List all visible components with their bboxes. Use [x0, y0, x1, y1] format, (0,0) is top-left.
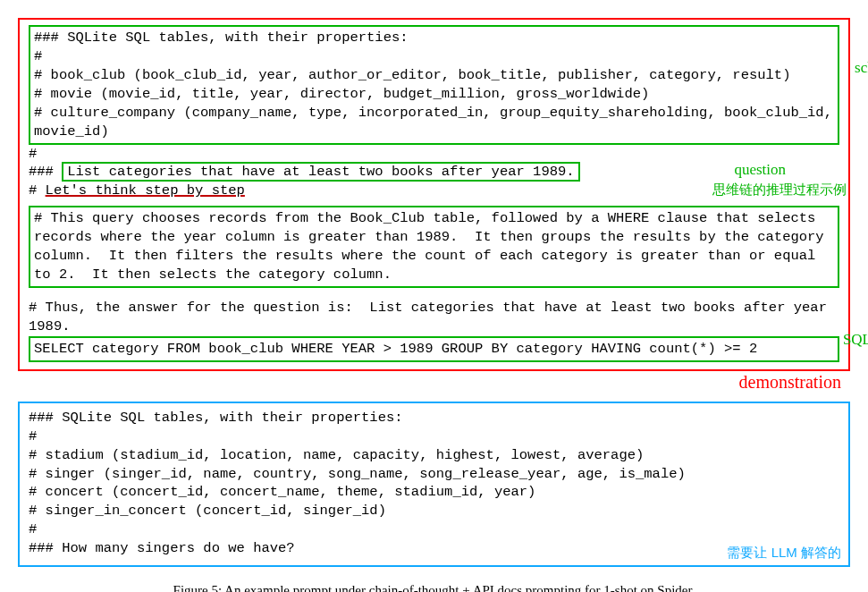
label-cot-cn: 思维链的推理过程示例	[712, 182, 847, 199]
demonstration-box: schema ### SQLite SQL tables, with their…	[18, 18, 850, 371]
reasoning-block: # This query chooses records from the Bo…	[29, 206, 839, 288]
answer-intro: # Thus, the answer for the question is: …	[29, 299, 839, 336]
figure-caption: Figure 5: An example prompt under chain-…	[18, 583, 850, 592]
question-prefix: ###	[29, 164, 62, 180]
label-demonstration: demonstration	[739, 372, 841, 393]
cot-prefix: #	[29, 182, 46, 199]
question-text: List categories that have at least two b…	[62, 162, 579, 182]
hash-line: #	[29, 145, 839, 164]
label-schema: schema	[855, 59, 868, 77]
label-question: question	[734, 161, 786, 179]
sql-block: SELECT category FROM book_club WHERE YEA…	[29, 336, 839, 362]
query-box: ### SQLite SQL tables, with their proper…	[18, 402, 850, 567]
cot-line: Let's think step by step	[46, 182, 245, 199]
schema-block: ### SQLite SQL tables, with their proper…	[29, 25, 839, 145]
label-llm-cn: 需要让 LLM 解答的	[727, 545, 841, 562]
query-body: ### SQLite SQL tables, with their proper…	[29, 409, 839, 558]
label-sql: SQL	[843, 331, 868, 349]
